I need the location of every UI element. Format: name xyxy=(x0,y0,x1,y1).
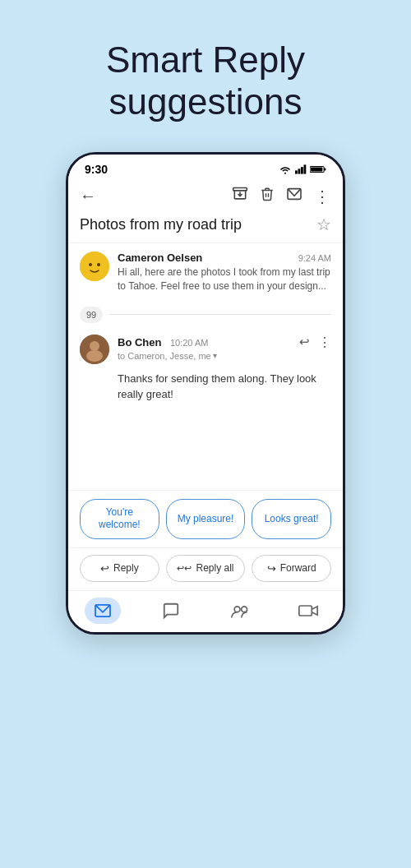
battery-icon xyxy=(310,164,326,174)
nav-meet[interactable] xyxy=(290,598,326,624)
svg-rect-4 xyxy=(304,165,307,174)
expand-arrow[interactable]: ▾ xyxy=(213,351,217,360)
email-header-bo: Bo Chen 10:20 AM ↩ ⋮ to Cameron, Jesse, … xyxy=(80,335,331,364)
email-subject: Photos from my road trip ☆ xyxy=(68,211,343,242)
count-badge: 99 xyxy=(80,307,103,323)
svg-rect-6 xyxy=(324,169,326,171)
collapsed-count-row[interactable]: 99 xyxy=(68,302,343,328)
sender-name-bo: Bo Chen xyxy=(118,336,161,349)
reply-all-button-label: Reply all xyxy=(196,562,233,574)
reply-all-button-icon: ↩↩ xyxy=(177,563,192,574)
sender-actions-bo: ↩ ⋮ xyxy=(299,335,331,350)
svg-rect-7 xyxy=(311,168,322,172)
sender-row-cameron: Cameron Oelsen 9:24 AM xyxy=(118,252,331,264)
email-meta-bo: Bo Chen 10:20 AM ↩ ⋮ to Cameron, Jesse, … xyxy=(118,335,331,361)
page-title: Smart Reply suggestions xyxy=(0,0,411,152)
svg-rect-2 xyxy=(298,169,301,173)
action-buttons: ↩ Reply ↩↩ Reply all ↪ Forward xyxy=(68,547,343,590)
email-body-bo: Thanks for sending them along. They look… xyxy=(118,371,331,452)
delete-icon[interactable] xyxy=(260,186,275,206)
archive-icon[interactable] xyxy=(232,186,248,206)
svg-point-0 xyxy=(284,173,286,174)
email-thread: Cameron Oelsen 9:24 AM Hi all, here are … xyxy=(68,242,343,490)
to-text: to Cameron, Jesse, me xyxy=(118,351,211,361)
svg-point-18 xyxy=(234,607,240,612)
svg-point-12 xyxy=(89,263,92,266)
mail-icon[interactable] xyxy=(286,187,302,205)
reply-button[interactable]: ↩ Reply xyxy=(80,555,159,582)
status-time: 9:30 xyxy=(85,163,108,176)
bottom-nav xyxy=(68,590,343,632)
status-bar: 9:30 xyxy=(68,155,343,181)
email-item-cameron[interactable]: Cameron Oelsen 9:24 AM Hi all, here are … xyxy=(68,242,343,302)
forward-button-icon: ↪ xyxy=(267,562,276,575)
to-line: to Cameron, Jesse, me ▾ xyxy=(118,351,331,361)
svg-rect-20 xyxy=(299,606,312,616)
toolbar-icons: ⋮ xyxy=(232,186,331,206)
nav-chat[interactable] xyxy=(153,598,189,624)
svg-rect-3 xyxy=(301,167,303,173)
svg-point-13 xyxy=(97,263,100,266)
phone-mockup: 9:30 ← xyxy=(66,152,345,635)
email-toolbar: ← xyxy=(68,181,343,211)
svg-point-15 xyxy=(90,341,99,351)
svg-rect-1 xyxy=(295,171,298,174)
back-button[interactable]: ← xyxy=(80,187,96,205)
email-subject-text: Photos from my road trip xyxy=(80,216,242,233)
nav-spaces-icon xyxy=(230,602,250,620)
status-icons xyxy=(279,164,326,174)
nav-meet-icon xyxy=(298,603,318,618)
reply-button-label: Reply xyxy=(113,562,139,574)
nav-chat-icon xyxy=(162,602,180,620)
forward-button[interactable]: ↪ Forward xyxy=(252,555,331,582)
wifi-icon xyxy=(279,164,292,174)
nav-mail[interactable] xyxy=(85,598,121,624)
email-preview-cameron: Hi all, here are the photos I took from … xyxy=(118,265,331,293)
sender-row-bo: Bo Chen 10:20 AM ↩ ⋮ xyxy=(118,335,331,350)
reply-all-button[interactable]: ↩↩ Reply all xyxy=(166,555,246,582)
reply-button-icon: ↩ xyxy=(100,562,109,575)
more-icon-bo[interactable]: ⋮ xyxy=(318,335,331,350)
svg-point-19 xyxy=(241,607,247,612)
reply-icon[interactable]: ↩ xyxy=(299,335,310,349)
email-time-cameron: 9:24 AM xyxy=(298,253,331,263)
smart-reply-chip-2[interactable]: Looks great! xyxy=(252,499,331,539)
count-line xyxy=(109,314,331,315)
sender-name-cameron: Cameron Oelsen xyxy=(118,252,202,264)
more-options-icon[interactable]: ⋮ xyxy=(314,187,331,206)
smart-reply-chips: You'rewelcome! My pleasure! Looks great! xyxy=(68,490,343,547)
email-space xyxy=(68,457,343,490)
avatar-cameron xyxy=(80,252,109,281)
svg-point-16 xyxy=(86,350,103,362)
sender-info-bo: Bo Chen 10:20 AM xyxy=(118,335,208,349)
email-meta-cameron: Cameron Oelsen 9:24 AM Hi all, here are … xyxy=(118,252,331,293)
nav-spaces[interactable] xyxy=(222,598,258,624)
nav-mail-icon xyxy=(94,603,112,618)
avatar-bo xyxy=(80,335,109,364)
svg-point-11 xyxy=(80,252,109,281)
star-icon[interactable]: ☆ xyxy=(316,215,331,234)
forward-button-label: Forward xyxy=(280,562,316,574)
smart-reply-chip-1[interactable]: My pleasure! xyxy=(166,499,246,539)
email-item-bo: Bo Chen 10:20 AM ↩ ⋮ to Cameron, Jesse, … xyxy=(68,328,343,457)
smart-reply-chip-0[interactable]: You'rewelcome! xyxy=(80,499,159,539)
email-time-bo: 10:20 AM xyxy=(170,338,208,348)
email-header-cameron: Cameron Oelsen 9:24 AM Hi all, here are … xyxy=(80,252,331,293)
title-line2: suggestions xyxy=(109,81,302,122)
title-line1: Smart Reply xyxy=(106,39,305,80)
signal-icon xyxy=(295,164,307,174)
svg-rect-8 xyxy=(233,188,247,191)
